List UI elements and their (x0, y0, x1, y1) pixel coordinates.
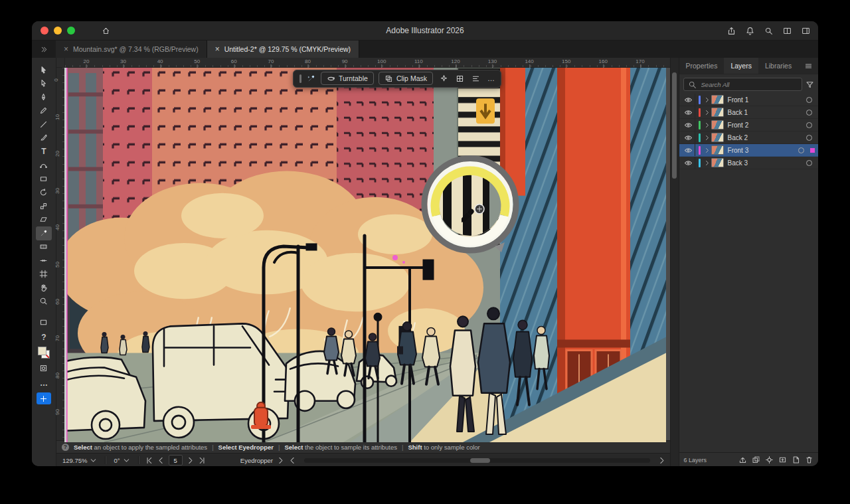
last-artboard-button[interactable] (198, 456, 207, 465)
hand-tool[interactable] (36, 281, 52, 295)
pencil-tool[interactable] (36, 104, 52, 118)
horizontal-scrollbar[interactable] (304, 458, 650, 463)
layer-thumbnail[interactable] (711, 145, 724, 155)
turntable-button[interactable]: Turntable (321, 72, 374, 85)
close-tab-icon[interactable]: × (64, 44, 68, 54)
visibility-eye-icon[interactable] (683, 157, 695, 169)
visibility-eye-icon[interactable] (683, 131, 695, 143)
ruler-corner[interactable] (56, 58, 65, 67)
visibility-eye-icon[interactable] (683, 119, 695, 131)
contextual-taskbar[interactable]: TurntableClip Mask … (293, 70, 501, 88)
zoom-control[interactable]: 129.75% (60, 456, 100, 465)
locate-icon[interactable] (765, 456, 774, 464)
clipping-mask-icon[interactable] (752, 456, 760, 464)
artboard-number-input[interactable]: 5 (169, 455, 183, 465)
edit-toolbar-button[interactable] (37, 392, 51, 404)
panel-menu-icon[interactable] (799, 58, 818, 74)
visibility-eye-icon[interactable] (683, 106, 695, 118)
paintbrush-tool[interactable] (36, 131, 52, 145)
layer-target-circle[interactable] (806, 135, 812, 141)
generate-icon[interactable] (440, 74, 448, 83)
prev-artboard-button[interactable] (157, 456, 165, 465)
horizontal-scroll-thumb[interactable] (470, 458, 490, 463)
new-layer-icon[interactable] (792, 456, 800, 464)
scroll-left-icon[interactable] (288, 456, 297, 465)
document-tab[interactable]: ×Mountain.svg* @ 7.34 % (RGB/Preview) (56, 41, 207, 58)
search-input[interactable] (700, 80, 798, 89)
panel-tab-layers[interactable]: Layers (724, 58, 758, 74)
layer-row[interactable]: Front 1 (679, 94, 818, 106)
expand-chevron-icon[interactable] (703, 146, 711, 155)
panel-tab-properties[interactable]: Properties (679, 58, 724, 74)
drag-handle[interactable] (299, 74, 301, 83)
titlebar[interactable]: Adobe Illustrator 2026 (32, 21, 818, 41)
expand-chevron-icon[interactable] (703, 121, 711, 129)
sample-eyedropper-icon[interactable] (307, 74, 315, 83)
layer-target-circle[interactable] (806, 122, 812, 128)
rotation-control[interactable]: 0° (112, 456, 132, 465)
next-artboard-button[interactable] (186, 456, 195, 465)
clip-mask-button[interactable]: Clip Mask (379, 72, 433, 85)
layer-thumbnail[interactable] (711, 108, 724, 117)
artboard-tool[interactable] (36, 268, 52, 282)
horizontal-ruler[interactable]: 2030405060708090100110120130140150160170 (65, 58, 670, 67)
panels-icon[interactable] (802, 27, 810, 35)
search-icon[interactable] (764, 27, 773, 35)
gradient-tool[interactable] (36, 240, 52, 254)
screen-proxy-icon[interactable] (36, 316, 52, 328)
workspace-icon[interactable] (783, 27, 792, 35)
expand-chevron-icon[interactable] (703, 133, 711, 142)
selection-tool[interactable] (36, 63, 52, 77)
type-tool[interactable]: T (36, 145, 52, 159)
panel-collapse-icon[interactable] (32, 41, 56, 58)
expand-chevron-icon[interactable] (703, 96, 711, 104)
first-artboard-button[interactable] (145, 456, 153, 465)
layer-target-circle[interactable] (806, 97, 812, 103)
status-flyout-icon[interactable] (276, 456, 285, 465)
close-tab-icon[interactable]: × (215, 44, 220, 54)
expand-chevron-icon[interactable] (703, 108, 711, 117)
help-badge-icon[interactable]: ? (62, 444, 69, 451)
pen-tool[interactable] (36, 90, 52, 104)
more-icon[interactable]: … (487, 74, 495, 82)
curvature-tool[interactable] (36, 159, 52, 173)
align-icon[interactable] (471, 74, 480, 83)
vertical-scrollbar[interactable] (670, 58, 679, 466)
artwork-city-illustration[interactable] (64, 68, 666, 442)
line-segment-tool[interactable] (36, 118, 52, 131)
layer-row[interactable]: Front 2 (679, 119, 818, 131)
layer-target-circle[interactable] (806, 160, 812, 166)
visibility-eye-icon[interactable] (683, 94, 695, 106)
layer-thumbnail[interactable] (711, 158, 724, 167)
layer-row[interactable]: Front 3 (679, 144, 818, 157)
layer-thumbnail[interactable] (711, 120, 724, 129)
delete-icon[interactable] (805, 456, 813, 464)
direct-selection-tool[interactable] (36, 77, 52, 91)
filter-icon[interactable] (806, 80, 814, 89)
bell-icon[interactable] (746, 27, 754, 35)
grid-icon[interactable] (456, 74, 464, 83)
layer-target-circle[interactable] (798, 147, 804, 153)
layer-thumbnail[interactable] (711, 95, 724, 104)
scale-tool[interactable] (36, 199, 52, 213)
search-box[interactable] (683, 78, 802, 91)
eyedropper-tool[interactable] (36, 226, 52, 240)
zoom-tool[interactable] (36, 295, 52, 309)
artboard[interactable]: TurntableClip Mask … (64, 68, 666, 442)
scroll-right-icon[interactable] (657, 456, 666, 465)
layer-row[interactable]: Back 3 (679, 157, 818, 169)
layer-target-circle[interactable] (806, 110, 812, 116)
share-icon[interactable] (727, 27, 736, 35)
help-icon[interactable]: ? (36, 331, 52, 343)
visibility-eye-icon[interactable] (683, 144, 695, 156)
panel-tab-libraries[interactable]: Libraries (758, 58, 798, 74)
swatches-widget[interactable] (36, 347, 52, 359)
layer-thumbnail[interactable] (711, 133, 724, 142)
rectangle-tool[interactable] (36, 172, 52, 186)
shear-tool[interactable] (36, 213, 52, 227)
rotate-tool[interactable] (36, 186, 52, 200)
new-sublayer-icon[interactable] (778, 456, 787, 464)
document-tab[interactable]: ×Untitled-2* @ 129.75 % (CMYK/Preview) (207, 41, 359, 58)
expand-chevron-icon[interactable] (703, 159, 711, 167)
more-icon[interactable]: … (36, 377, 52, 389)
